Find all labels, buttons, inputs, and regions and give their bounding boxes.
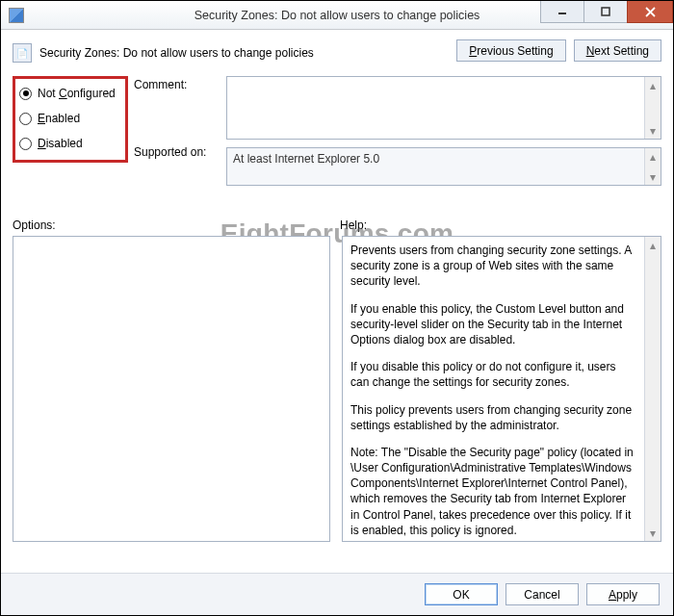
- window-buttons: [541, 1, 673, 23]
- supported-on-box: At least Internet Explorer 5.0 ▴ ▾: [226, 147, 661, 186]
- options-label: Options:: [13, 218, 340, 232]
- comment-label: Comment:: [134, 78, 220, 145]
- options-pane[interactable]: [13, 236, 330, 542]
- app-icon: [9, 8, 24, 23]
- minimize-button[interactable]: [540, 1, 584, 23]
- minimize-icon: [557, 7, 567, 16]
- title-bar: Security Zones: Do not allow users to ch…: [1, 1, 673, 30]
- header-row: 📄 Security Zones: Do not allow users to …: [13, 39, 661, 63]
- radio-icon: [19, 88, 32, 100]
- help-paragraph: If you disable this policy or do not con…: [350, 359, 636, 390]
- previous-setting-button[interactable]: Previous Setting: [456, 39, 565, 62]
- maximize-icon: [601, 7, 610, 16]
- field-column: ▴ ▾ At least Internet Explorer 5.0 ▴ ▾: [226, 76, 661, 186]
- maximize-button[interactable]: [583, 1, 628, 23]
- help-pane[interactable]: Prevents users from changing security zo…: [342, 236, 661, 542]
- svg-rect-1: [602, 8, 609, 15]
- scroll-down-icon: ▾: [645, 168, 661, 185]
- comment-textarea[interactable]: ▴ ▾: [226, 76, 661, 140]
- supported-value: At least Internet Explorer 5.0: [233, 152, 379, 166]
- radio-enabled[interactable]: Enabled: [19, 106, 121, 131]
- scrollbar: ▴ ▾: [644, 148, 661, 185]
- help-paragraph: This policy prevents users from changing…: [350, 402, 636, 433]
- scrollbar[interactable]: ▴ ▾: [644, 237, 661, 541]
- scroll-up-icon: ▴: [645, 237, 661, 253]
- content-area: 📄 Security Zones: Do not allow users to …: [1, 30, 673, 542]
- radio-icon: [19, 138, 32, 150]
- cancel-button[interactable]: Cancel: [506, 583, 579, 605]
- close-icon: [645, 7, 656, 17]
- dialog-footer: OK Cancel Apply: [1, 573, 673, 615]
- ok-button[interactable]: OK: [425, 583, 498, 605]
- policy-title: Security Zones: Do not allow users to ch…: [39, 46, 314, 60]
- scroll-down-icon: ▾: [645, 525, 661, 541]
- policy-heading: 📄 Security Zones: Do not allow users to …: [13, 39, 456, 63]
- policy-icon: 📄: [13, 43, 32, 63]
- scroll-up-icon: ▴: [645, 77, 661, 93]
- help-paragraph: Note: The "Disable the Security page" po…: [350, 445, 636, 538]
- state-radio-group: Not Configured Enabled Disabled: [13, 76, 128, 163]
- supported-label: Supported on:: [134, 145, 220, 172]
- close-button[interactable]: [627, 1, 673, 23]
- scroll-up-icon: ▴: [645, 148, 661, 165]
- help-content: Prevents users from changing security zo…: [343, 237, 644, 541]
- next-setting-button[interactable]: Next Setting: [574, 39, 661, 62]
- help-paragraph: Prevents users from changing security zo…: [350, 243, 636, 290]
- apply-button[interactable]: Apply: [586, 583, 660, 605]
- panes: Prevents users from changing security zo…: [13, 236, 661, 542]
- radio-not-configured[interactable]: Not Configured: [19, 81, 121, 106]
- section-labels: Options: Help:: [13, 218, 661, 232]
- scrollbar[interactable]: ▴ ▾: [644, 77, 661, 139]
- config-grid: Not Configured Enabled Disabled Comment:…: [13, 76, 661, 186]
- field-labels: Comment: Supported on:: [134, 76, 220, 186]
- help-label: Help:: [340, 218, 367, 232]
- nav-buttons: Previous Setting Next Setting: [456, 39, 661, 62]
- help-paragraph: If you enable this policy, the Custom Le…: [350, 301, 636, 348]
- options-content: [13, 237, 313, 541]
- scroll-down-icon: ▾: [645, 122, 661, 139]
- radio-icon: [19, 113, 32, 125]
- radio-disabled[interactable]: Disabled: [19, 131, 121, 156]
